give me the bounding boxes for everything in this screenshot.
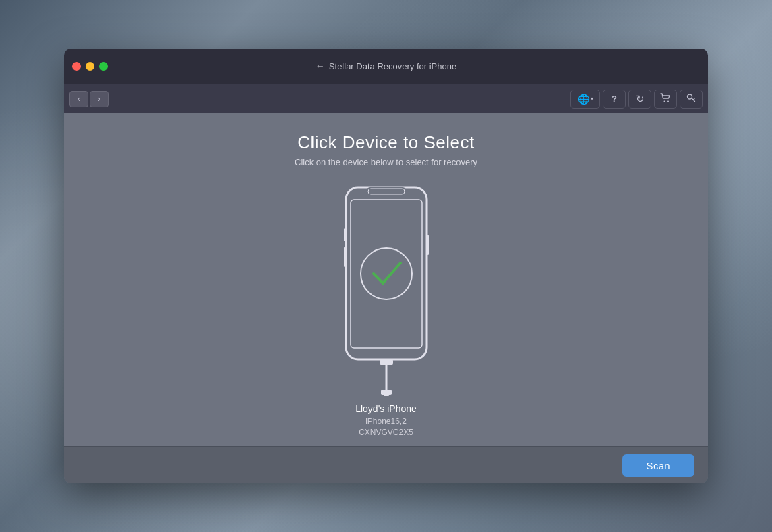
maximize-button[interactable] — [99, 62, 108, 71]
title-arrow-icon: ← — [316, 61, 325, 71]
key-button[interactable] — [680, 90, 703, 109]
title-bar-center: ← Stellar Data Recovery for iPhone — [316, 61, 456, 71]
device-icon[interactable]: Lloyd's iPhone iPhone16,2 CXNVGVC2X5 — [336, 181, 437, 437]
scan-button[interactable]: Scan — [622, 454, 694, 477]
bottom-bar: Scan — [64, 446, 708, 483]
minimize-button[interactable] — [86, 62, 94, 71]
key-icon — [686, 92, 696, 105]
svg-point-0 — [664, 101, 665, 102]
page-subtitle: Click on the device below to select for … — [295, 157, 477, 167]
svg-rect-7 — [344, 228, 346, 241]
svg-rect-11 — [380, 359, 393, 365]
svg-rect-9 — [427, 235, 429, 255]
svg-rect-3 — [346, 187, 427, 359]
nav-forward-icon: › — [98, 94, 100, 104]
toolbar-icons: 🌐 ▾ ? ↻ — [570, 90, 703, 109]
svg-rect-8 — [344, 247, 346, 267]
traffic-lights — [72, 62, 108, 71]
cart-button[interactable] — [654, 90, 677, 109]
toolbar: ‹ › 🌐 ▾ ? ↻ — [64, 84, 708, 113]
globe-icon: 🌐 — [578, 94, 589, 105]
globe-dropdown-arrow: ▾ — [591, 96, 593, 102]
refresh-button[interactable]: ↻ — [628, 90, 651, 109]
close-button[interactable] — [72, 62, 81, 71]
globe-button[interactable]: 🌐 ▾ — [570, 90, 600, 109]
nav-buttons: ‹ › — [69, 91, 109, 107]
device-model: iPhone16,2 — [365, 417, 407, 426]
svg-rect-13 — [381, 390, 392, 395]
device-serial: CXNVGVC2X5 — [359, 427, 413, 437]
device-name: Lloyd's iPhone — [355, 403, 417, 414]
title-bar: ← Stellar Data Recovery for iPhone — [64, 49, 708, 84]
app-window: ← Stellar Data Recovery for iPhone ‹ › 🌐… — [64, 49, 708, 483]
svg-rect-14 — [384, 395, 389, 396]
nav-back-icon: ‹ — [78, 94, 80, 104]
nav-forward-button[interactable]: › — [90, 91, 109, 107]
help-button[interactable]: ? — [603, 90, 626, 109]
svg-point-10 — [361, 248, 412, 299]
main-content: Click Device to Select Click on the devi… — [64, 113, 708, 446]
svg-point-1 — [667, 101, 669, 102]
nav-back-button[interactable]: ‹ — [69, 91, 88, 107]
cart-icon — [660, 93, 671, 105]
help-icon: ? — [612, 94, 617, 104]
window-title: Stellar Data Recovery for iPhone — [329, 61, 456, 71]
page-title: Click Device to Select — [297, 132, 474, 153]
refresh-icon: ↻ — [636, 93, 645, 105]
